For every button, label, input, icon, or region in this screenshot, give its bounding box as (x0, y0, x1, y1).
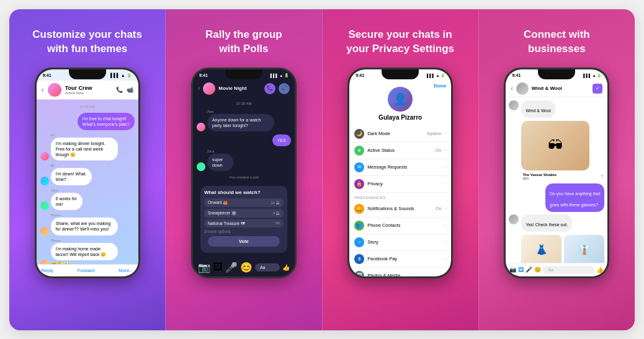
story-label: Story (367, 239, 441, 245)
avatar-shane (40, 227, 49, 236)
settings-story[interactable]: ○ Story › (352, 234, 449, 251)
active-status-icon: ● (354, 146, 364, 156)
product-image-container: 🕶 The Vassar Shades $85 ↑ (521, 121, 604, 180)
reply-btn[interactable]: Reply (42, 268, 53, 273)
product-card-img-2: 👔 (564, 235, 604, 265)
msg-in-4: Shane, what are you making for dinner?? … (51, 218, 118, 235)
poll-label-2: Snowpiercer ❄️ (208, 211, 271, 216)
mic-icon-2[interactable]: 🎤 (225, 262, 238, 273)
time-4: 9:41 (512, 73, 521, 77)
thumb-icon-2[interactable]: 👍 (282, 264, 290, 271)
sticker-icon-4[interactable]: 😊 (534, 266, 541, 273)
msg-row-p2-1: Alex Anyone down for a watch party later… (197, 110, 291, 131)
settings-privacy[interactable]: 🔒 Privacy › (352, 176, 449, 193)
phone-mockup-4: 9:41 ▌▌▌ ▲ 🔋 ‹ Wind & Wool ✓ Wind & Wool (504, 68, 609, 278)
timestamp-2: 10:30 AM (197, 102, 291, 105)
product-card-img-1: 👗 (521, 235, 561, 265)
avatar-alex (197, 123, 205, 131)
share-icon[interactable]: ↑ (601, 173, 604, 179)
biz-chat-header: ‹ Wind & Wool ✓ (506, 81, 607, 97)
contacts-label: Phone Contacts (367, 222, 441, 228)
phone-screen-2: 9:41 ▌▌▌ ▲ 🔋 ‹ Movie Night 📞 📹 10:30 AM (193, 69, 295, 276)
notch-1 (69, 69, 106, 79)
settings-active-status[interactable]: ● Active Status On › (352, 143, 449, 159)
notifs-label: Notifications & Sounds (367, 206, 432, 211)
fb-pay-arrow: › (444, 256, 446, 262)
img-icon-4[interactable]: 🖼 (518, 266, 524, 273)
settings-photos[interactable]: 🖼 Photos & Media › (352, 268, 449, 276)
header-text-1: Tour Crew Active Now (65, 85, 112, 95)
fb-pay-icon: $ (354, 254, 364, 264)
phone-icon-2[interactable]: 📞 (264, 83, 275, 94)
biz-avatar (516, 82, 529, 95)
dark-mode-label: Dark Mode (367, 131, 424, 136)
panel-3-title: Secure your chats in your Privacy Settin… (346, 28, 454, 56)
settings-fb-pay[interactable]: $ Facebook Pay › (352, 251, 449, 268)
biz-footer-icons: 📷 🖼 🎤 😊 (509, 266, 541, 273)
back-icon-1[interactable]: ‹ (42, 86, 44, 94)
active-status-label: Active Status (367, 147, 432, 153)
panel-privacy: Secure your chats in your Privacy Settin… (323, 9, 479, 330)
settings-msg-requests[interactable]: ✉ Message Requests › (352, 159, 449, 176)
group-avatar-2 (203, 82, 215, 95)
video-icon-1[interactable]: 📹 (127, 87, 133, 93)
out-bubble-text: Do you have anything thatgoes with these… (550, 192, 600, 207)
poll-option-1[interactable]: Onward 🦊 11 🗳 (204, 198, 284, 207)
poll-label-3: National Treasure 🗺 (208, 221, 273, 226)
contacts-arrow: › (444, 222, 446, 228)
phone-screen-4: 9:41 ▌▌▌ ▲ 🔋 ‹ Wind & Wool ✓ Wind & Wool (506, 69, 607, 276)
biz-bubble-name: Wind & Wool (521, 100, 555, 118)
phone-icon-1[interactable]: 📞 (116, 87, 123, 93)
msg-row-1: Eri I'm making dinner tonight. Free for … (40, 133, 135, 161)
poll-box: What should we watch? Onward 🦊 11 🗳 Snow… (200, 186, 287, 253)
notifs-value: On (436, 206, 441, 211)
fb-pay-label: Facebook Pay (367, 256, 441, 262)
img-icon-2[interactable]: 🖼 (213, 262, 223, 273)
notch-4 (538, 69, 575, 79)
chat-footer-2: 📷 🖼 🎤 😊 Aa 👍 (193, 258, 295, 276)
msg-in-2: I'm down! What time? (51, 168, 92, 185)
camera-icon-4[interactable]: 📷 (509, 266, 516, 273)
story-arrow: › (444, 239, 446, 245)
sticker-icon-2[interactable]: 😊 (240, 262, 253, 273)
privacy-icon: 🔒 (354, 179, 364, 189)
chat-footer-1: Reply Forward More... (37, 264, 138, 276)
forward-btn[interactable]: Forward (78, 268, 95, 273)
send-button-4[interactable]: 👍 (596, 266, 604, 273)
p2-header-icons: 📞 📹 (264, 83, 290, 94)
more-btn[interactable]: More... (119, 268, 133, 273)
done-button[interactable]: Done (434, 83, 446, 89)
signal-icons-4: ▌▌▌ ▲ 🔋 (583, 73, 601, 77)
settings-notifs[interactable]: 🔔 Notifications & Sounds On › (352, 201, 449, 218)
poll-option-3[interactable]: National Treasure 🗺 6h (204, 219, 284, 227)
camera-icon-2[interactable]: 📷 (198, 262, 210, 273)
poll-label-1: Onward 🦊 (208, 200, 269, 205)
video-icon-2[interactable]: 📹 (279, 83, 290, 94)
back-icon-2[interactable]: ‹ (198, 85, 200, 92)
msg-requests-icon: ✉ (354, 162, 364, 172)
preferences-section: PREFERENCES (352, 193, 449, 201)
panel-businesses: Connect with businesses 9:41 ▌▌▌ ▲ 🔋 ‹ W… (479, 9, 635, 330)
photos-icon: 🖼 (354, 271, 364, 276)
settings-contacts[interactable]: 👥 Phone Contacts › (352, 218, 449, 234)
poll-count-3: 6h (275, 221, 280, 225)
notch-3 (382, 69, 419, 79)
msg-in-3: 6 works for me! (51, 193, 83, 210)
mic-icon-4[interactable]: 🎤 (525, 266, 532, 273)
settings-dark-mode[interactable]: 🌙 Dark Mode System › (352, 126, 449, 143)
back-icon-4[interactable]: ‹ (511, 85, 512, 92)
phone-mockup-2: 9:41 ▌▌▌ ▲ 🔋 ‹ Movie Night 📞 📹 10:30 AM (191, 68, 297, 278)
vassar-price: $85 (522, 177, 557, 180)
user-profile: 👤 Gulaya Pizarro Done (349, 81, 451, 126)
app-container: Customize your chats with fun themes 9:4… (9, 9, 635, 331)
poll-option-2[interactable]: Snowpiercer ❄️ 9 🗳 (204, 209, 284, 218)
avatar-eri (40, 152, 49, 161)
vote-button[interactable]: Vote (208, 236, 280, 247)
active-status-value: On (436, 148, 441, 152)
privacy-label: Privacy (367, 181, 441, 187)
message-input-4[interactable]: Aa (543, 266, 594, 274)
poll-count-2: 9 🗳 (273, 211, 280, 215)
panel-polls: Rally the group with Polls 9:41 ▌▌▌ ▲ 🔋 … (166, 9, 322, 330)
msg-row-2: Bri I'm down! What time? (40, 164, 135, 185)
message-input-2[interactable]: Aa (255, 263, 280, 271)
